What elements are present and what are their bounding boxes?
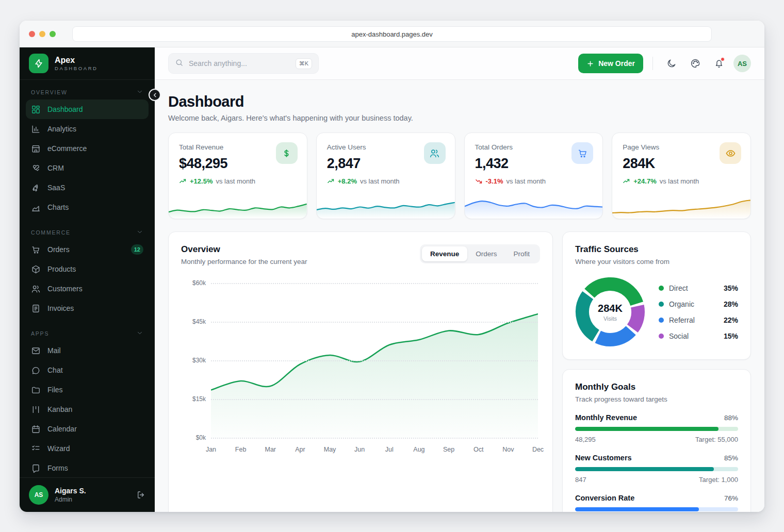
goal-monthly-revenue: Monthly Revenue88%48,295Target: 55,000 [575,413,738,443]
page-content: Dashboard Welcome back, Aigars. Here's w… [155,80,764,512]
sidebar-section-header[interactable]: COMMERCE [26,225,149,240]
chat-icon [31,365,41,375]
sidebar-item-charts[interactable]: Charts [26,197,149,217]
traffic-subtitle: Where your visitors come from [575,258,738,265]
sidebar-item-forms[interactable]: Forms [26,458,149,477]
rocket-icon [31,183,41,193]
chart-x-label: Apr [295,446,305,453]
search-box: ⌘K [168,53,319,74]
theme-palette-button[interactable] [686,54,705,73]
user-panel: AS Aigars S. Admin [20,477,155,512]
chart-gridline [211,322,538,323]
stat-card-delta: +8.2%vs last month [327,177,445,185]
sidebar-item-dashboard[interactable]: Dashboard [26,99,149,119]
cart-icon [31,245,41,255]
close-window-button[interactable] [29,31,35,37]
bar-chart-icon [31,124,41,134]
overview-tabs: RevenueOrdersProfit [420,244,540,263]
overview-title: Overview [181,244,307,255]
storefront-icon [31,144,41,154]
sidebar-item-orders[interactable]: Orders12 [26,240,149,259]
apex-logo-icon [29,54,48,73]
chart-y-tick: $45k [184,318,206,325]
sidebar-item-wizard[interactable]: Wizard [26,439,149,458]
sidebar-item-invoices[interactable]: Invoices [26,298,149,318]
chart-growth-icon [31,203,41,212]
new-order-button[interactable]: New Order [578,54,643,73]
sidebar-item-ecommerce[interactable]: eCommerce [26,139,149,158]
sidebar-section-header[interactable]: OVERVIEW [26,85,149,99]
sidebar-section: APPSMailChatFilesKanbanCalendarWizardFor… [26,326,149,477]
goals-subtitle: Track progress toward targets [575,395,738,403]
page-subtitle: Welcome back, Aigars. Here's what's happ… [168,114,751,122]
sidebar: Apex DASHBOARD OVERVIEWDashboardAnalytic… [20,47,155,512]
trend-up-icon [179,177,187,185]
legend-label: Referral [669,316,695,324]
trend-up-icon [623,177,630,185]
sidebar-item-label: Orders [47,245,70,254]
sidebar-item-saas[interactable]: SaaS [26,178,149,197]
goal-new-customers: New Customers85%847Target: 1,000 [575,454,738,484]
minimize-window-button[interactable] [39,31,45,37]
stat-card-delta: -3.1%vs last month [475,177,593,185]
goal-progress-fill [575,467,714,471]
sidebar-collapse-button[interactable] [149,89,161,101]
sidebar-item-crm[interactable]: CRM [26,158,149,178]
sidebar-item-products[interactable]: Products [26,259,149,279]
sidebar-item-mail[interactable]: Mail [26,341,149,360]
stat-delta-percent: +12.5% [190,177,213,185]
legend-row-organic: Organic28% [659,300,738,308]
profile-avatar[interactable]: AS [733,55,751,72]
sidebar-item-label: Wizard [47,444,70,453]
goal-name: Monthly Revenue [575,413,637,422]
dark-mode-toggle[interactable] [662,54,681,73]
sidebar-item-label: Charts [47,203,69,211]
tab-profit[interactable]: Profit [505,246,538,261]
chart-gridline [211,438,538,439]
sidebar-item-kanban[interactable]: Kanban [26,400,149,419]
eye-icon [720,142,741,164]
legend-label: Social [669,332,689,340]
legend-dot [659,318,664,323]
goal-header: Monthly Revenue88% [575,413,738,422]
sidebar-item-calendar[interactable]: Calendar [26,419,149,439]
cart-icon [571,142,593,164]
address-bar[interactable]: apex-dashboard.pages.dev [72,26,712,42]
stat-sparkline [317,191,455,219]
sidebar-section-header[interactable]: APPS [26,326,149,341]
traffic-legend: Direct35%Organic28%Referral22%Social15% [659,284,738,340]
sidebar-item-chat[interactable]: Chat [26,360,149,380]
stat-card-page-views: Page Views284K+24.7%vs last month [612,132,751,219]
legend-row-referral: Referral22% [659,316,738,324]
sidebar-item-label: Dashboard [47,105,83,113]
sidebar-item-label: Forms [47,464,68,472]
user-avatar: AS [29,485,48,505]
monthly-goals-card: Monthly Goals Track progress toward targ… [562,369,751,512]
sidebar-item-files[interactable]: Files [26,380,149,400]
notifications-button[interactable] [710,54,728,73]
sidebar-item-analytics[interactable]: Analytics [26,119,149,139]
goal-name: Conversion Rate [575,494,634,502]
topbar: ⌘K New Order [155,47,764,80]
traffic-donut-chart: 284K Visits [575,277,645,347]
dollar-icon [276,142,298,164]
sidebar-item-customers[interactable]: Customers [26,279,149,298]
zoom-window-button[interactable] [50,31,56,37]
stat-delta-suffix: vs last month [360,177,400,185]
tab-orders[interactable]: Orders [467,246,505,261]
chart-y-tick: $60k [184,279,206,287]
sidebar-item-label: Customers [47,285,83,293]
goal-values: 847Target: 1,000 [575,476,738,484]
brand: Apex DASHBOARD [20,47,155,80]
search-input[interactable] [189,59,290,68]
stat-card-total-revenue: Total Revenue$48,295+12.5%vs last month [168,132,307,219]
chart-x-label: Dec [532,446,544,453]
form-icon [31,463,41,473]
sidebar-item-label: SaaS [47,184,65,192]
stat-delta-suffix: vs last month [506,177,546,185]
tab-revenue[interactable]: Revenue [422,246,467,261]
traffic-title: Traffic Sources [575,244,738,255]
logout-icon[interactable] [136,490,145,500]
user-name: Aigars S. [55,487,86,495]
mail-icon [31,346,41,356]
